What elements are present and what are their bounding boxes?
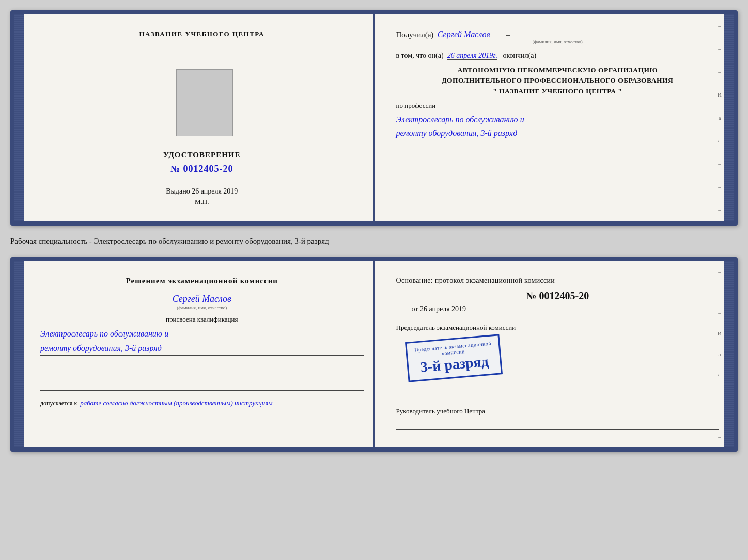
osnovanje-label: Основание: протокол экзаменационной коми… — [396, 277, 720, 285]
org-name-block: АВТОНОМНУЮ НЕКОММЕРЧЕСКУЮ ОРГАНИЗАЦИЮ ДО… — [396, 65, 720, 97]
predsedatel-sig-line — [396, 389, 720, 401]
top-certificate-card: НАЗВАНИЕ УЧЕБНОГО ЦЕНТРА УДОСТОВЕРЕНИЕ №… — [10, 10, 738, 226]
top-card-right: Получил(а) Сергей Маслов – (фамилия, имя… — [378, 14, 734, 221]
mp-label: М.П. — [195, 198, 209, 206]
vtom-date: 26 апреля 2019г. — [447, 52, 497, 60]
photo-placeholder — [176, 69, 233, 136]
bottom-recipient-name: Сергей Маслов — [135, 294, 269, 305]
bottom-certificate-card: Решением экзаменационной комиссии Сергей… — [10, 257, 738, 452]
sig-line-2 — [40, 379, 364, 391]
page-wrapper: НАЗВАНИЕ УЧЕБНОГО ЦЕНТРА УДОСТОВЕРЕНИЕ №… — [10, 10, 738, 452]
between-label: Рабочая специальность - Электрослесарь п… — [10, 235, 738, 248]
school-name-left: НАЗВАНИЕ УЧЕБНОГО ЦЕНТРА — [139, 30, 264, 38]
ot-date: от 26 апреля 2019 — [396, 305, 720, 313]
bottom-fio-sublabel: (фамилия, имя, отчество) — [40, 305, 364, 310]
qualification-stamp: Председатель экзаменационнойкомиссии 3-й… — [404, 334, 502, 382]
bottom-card-left: Решением экзаменационной комиссии Сергей… — [14, 261, 378, 447]
recipient-name: Сергей Маслов — [438, 30, 501, 39]
protocol-number: № 0012405-20 — [396, 290, 720, 302]
sig-line-1 — [40, 366, 364, 377]
profession-handwritten: Электрослесарь по обслуживанию и ремонту… — [396, 113, 720, 140]
poluchil-line: Получил(а) Сергей Маслов – (фамилия, имя… — [396, 30, 720, 44]
dopuskaetsya-value: работе согласно должностным (производств… — [80, 399, 272, 407]
bottom-qualification: Электрослесарь по обслуживанию и ремонту… — [40, 327, 364, 356]
rukovoditel-label: Руководитель учебного Центра — [396, 407, 720, 415]
decision-title: Решением экзаменационной комиссии — [40, 277, 364, 285]
udostoverenie-label: УДОСТОВЕРЕНИЕ — [163, 151, 241, 159]
top-card-left: НАЗВАНИЕ УЧЕБНОГО ЦЕНТРА УДОСТОВЕРЕНИЕ №… — [14, 14, 378, 221]
vydano-date: 26 апреля 2019 — [192, 187, 238, 195]
predsedatel-label: Председатель экзаменационной комиссии — [396, 324, 720, 332]
vydano-label: Выдано — [166, 187, 190, 195]
prisvoena-label: присвоена квалификация — [40, 315, 364, 324]
certificate-number: № 0012405-20 — [163, 164, 241, 174]
dopuskaetsya-line: допускается к работе согласно должностны… — [40, 399, 364, 407]
vtom-line: в том, что он(а) 26 апреля 2019г. окончи… — [396, 52, 720, 60]
po-professii-label: по профессии — [396, 102, 720, 110]
fio-sublabel: (фамилия, имя, отчество) — [396, 39, 720, 44]
bottom-name-block: Сергей Маслов (фамилия, имя, отчество) — [40, 294, 364, 310]
bottom-sig-lines — [40, 366, 364, 391]
bottom-card-right: Основание: протокол экзаменационной коми… — [378, 261, 734, 447]
rukovoditel-sig-line — [396, 418, 720, 430]
